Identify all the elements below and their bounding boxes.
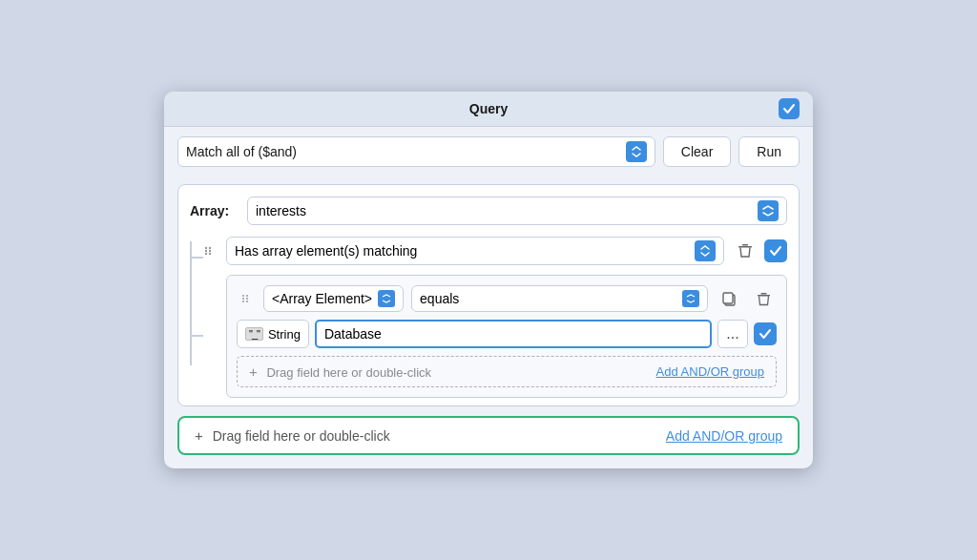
match-select-arrows[interactable] xyxy=(626,141,647,162)
type-badge: "_" String xyxy=(237,320,309,348)
svg-point-13 xyxy=(246,301,248,302)
delete-condition-button[interactable] xyxy=(732,238,759,264)
clear-button[interactable]: Clear xyxy=(663,136,731,167)
element-select-arrow[interactable] xyxy=(378,290,395,307)
condition-content: Has array element(s) matching xyxy=(199,237,787,398)
value-checkbox[interactable] xyxy=(754,322,777,345)
element-label: <Array Element> xyxy=(272,291,372,306)
outer-panel: Array: interests xyxy=(177,184,800,406)
svg-rect-17 xyxy=(760,293,766,294)
delete-element-button[interactable] xyxy=(750,285,777,312)
array-select[interactable]: interests xyxy=(247,197,787,225)
inner-drop-zone: + Drag field here or double-click Add AN… xyxy=(237,356,777,387)
outer-drop-zone: + Drag field here or double-click Add AN… xyxy=(177,416,800,455)
query-window: Query Match all of ($and) Clear Run A xyxy=(164,92,813,468)
outer-add-group-button[interactable]: Add AND/OR group xyxy=(666,428,782,444)
svg-rect-7 xyxy=(742,244,748,246)
element-row: <Array Element> equals xyxy=(237,285,777,312)
svg-rect-16 xyxy=(758,295,770,296)
element-drag-handle[interactable] xyxy=(237,289,256,308)
toolbar: Match all of ($and) Clear Run xyxy=(164,127,813,176)
ellipsis-button[interactable]: ... xyxy=(717,320,748,348)
inner-add-group-button[interactable]: Add AND/OR group xyxy=(656,364,764,379)
outer-plus-icon: + xyxy=(195,427,203,444)
equals-select-arrow[interactable] xyxy=(682,290,699,307)
condition-operator-select[interactable]: Has array element(s) matching xyxy=(226,237,724,265)
array-value: interests xyxy=(256,203,306,218)
condition-checkbox[interactable] xyxy=(764,239,787,262)
svg-point-8 xyxy=(242,295,244,297)
run-button[interactable]: Run xyxy=(738,136,800,167)
svg-point-11 xyxy=(246,295,248,297)
array-label: Array: xyxy=(190,203,238,218)
array-select-btn[interactable] xyxy=(758,200,779,221)
outer-drop-label: + Drag field here or double-click xyxy=(195,427,390,444)
inner-drop-label: + Drag field here or double-click xyxy=(249,363,431,380)
condition-section: Has array element(s) matching xyxy=(190,237,787,398)
element-select[interactable]: <Array Element> xyxy=(263,285,404,312)
array-row: Array: interests xyxy=(190,197,787,225)
svg-point-9 xyxy=(242,298,244,300)
svg-point-2 xyxy=(205,253,207,255)
equals-label: equals xyxy=(420,291,459,306)
ellipsis-label: ... xyxy=(726,325,738,342)
svg-point-12 xyxy=(246,298,248,300)
svg-point-3 xyxy=(209,247,211,249)
main-content: Array: interests xyxy=(164,176,813,468)
equals-select[interactable]: equals xyxy=(411,285,708,312)
title-bar: Query xyxy=(164,92,813,127)
match-select[interactable]: Match all of ($and) xyxy=(177,136,655,167)
match-select-label: Match all of ($and) xyxy=(186,144,297,159)
svg-point-10 xyxy=(242,301,244,302)
svg-point-4 xyxy=(209,250,211,252)
svg-point-5 xyxy=(209,253,211,255)
copy-button[interactable] xyxy=(716,285,742,312)
title-checkbox[interactable] xyxy=(779,98,800,119)
condition-actions xyxy=(732,238,787,264)
condition-arrows[interactable] xyxy=(695,240,716,261)
type-label: String xyxy=(268,327,301,342)
svg-rect-6 xyxy=(738,246,752,248)
condition-row: Has array element(s) matching xyxy=(199,237,787,265)
condition-operator-label: Has array element(s) matching xyxy=(235,243,417,259)
inner-plus-icon: + xyxy=(249,363,258,380)
svg-point-0 xyxy=(205,247,207,249)
svg-point-1 xyxy=(205,250,207,252)
value-row: "_" String ... xyxy=(237,320,777,348)
inner-panel: <Array Element> equals xyxy=(226,275,787,398)
type-icon: "_" xyxy=(245,327,263,341)
window-title: Query xyxy=(469,101,508,116)
value-input[interactable] xyxy=(315,320,712,348)
svg-rect-15 xyxy=(723,293,733,303)
